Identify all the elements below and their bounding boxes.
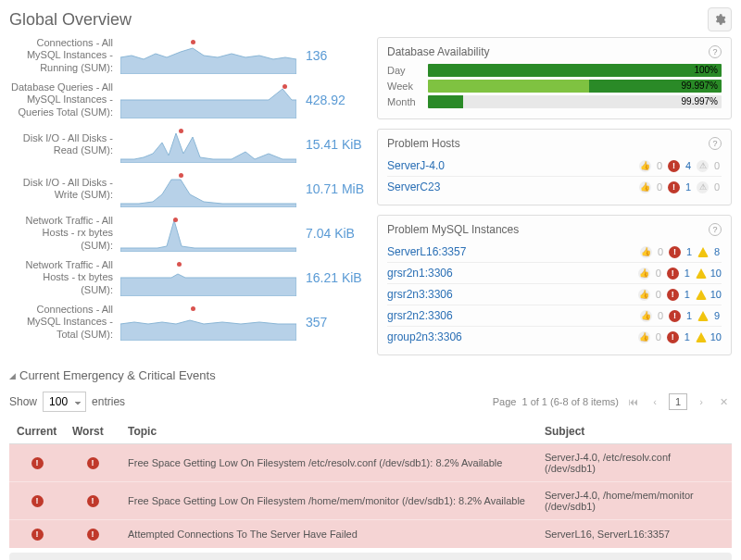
event-subject: ServerL16, ServerL16:3357 — [537, 520, 732, 549]
panel-problem-instances: Problem MySQL Instances ? ServerL16:3357… — [377, 215, 732, 355]
ok-icon: 👍 — [640, 310, 652, 322]
spark-row: Database Queries - All MySQL Instances -… — [9, 81, 366, 118]
critical-count[interactable]: 1 — [684, 181, 693, 193]
spark-label: Database Queries - All MySQL Instances -… — [9, 81, 120, 118]
critical-icon: ! — [31, 457, 44, 469]
marker-icon — [173, 218, 178, 222]
table-row[interactable]: ! ! Attempted Connections To The Server … — [9, 520, 732, 549]
spark-row: Connections - All MySQL Instances - Runn… — [9, 37, 366, 74]
warning-icon — [696, 268, 707, 279]
ok-count: 0 — [654, 268, 663, 279]
host-link[interactable]: grsr2n3:3306 — [387, 288, 453, 301]
ok-count: 0 — [655, 181, 664, 193]
show-label: Show — [9, 395, 37, 408]
availability-row: Day 100% — [387, 64, 722, 77]
marker-icon — [283, 84, 287, 89]
event-topic: Free Space Getting Low On Filesystem /ho… — [120, 482, 537, 520]
warning-count[interactable]: 10 — [710, 268, 722, 279]
host-link[interactable]: ServerC23 — [387, 180, 440, 193]
spark-label: Connections - All MySQL Instances - Runn… — [9, 37, 120, 74]
events-table: Current Worst Topic Subject ! ! Free Spa… — [9, 419, 732, 549]
marker-icon — [179, 129, 183, 133]
host-row: ServerC23 👍 0 ! 1 ⚠ 0 — [387, 176, 722, 197]
warning-icon — [697, 311, 709, 321]
spark-chart[interactable] — [120, 170, 296, 207]
pager-prev-button[interactable]: ‹ — [647, 393, 663, 410]
gear-icon — [713, 13, 726, 26]
ok-count: 0 — [656, 246, 665, 257]
spark-row: Network Traffic - All Hosts - rx bytes (… — [9, 215, 366, 252]
table-row[interactable]: ! ! Free Space Getting Low On Filesystem… — [9, 482, 732, 520]
ok-icon: 👍 — [638, 289, 650, 301]
settings-button[interactable] — [708, 7, 732, 31]
critical-icon: ! — [667, 268, 679, 280]
critical-count[interactable]: 1 — [683, 289, 692, 300]
warning-count[interactable]: 8 — [712, 246, 722, 257]
entries-label: entries — [92, 395, 125, 408]
warning-count: 0 — [712, 181, 722, 193]
help-icon[interactable]: ? — [709, 45, 722, 58]
ok-count: 0 — [654, 331, 663, 342]
spark-chart[interactable] — [120, 215, 296, 252]
critical-icon: ! — [31, 495, 44, 507]
host-link[interactable]: ServerJ-4.0 — [387, 159, 445, 172]
host-link[interactable]: group2n3:3306 — [387, 330, 462, 343]
critical-count[interactable]: 4 — [684, 160, 693, 171]
collapse-icon: ◢ — [9, 371, 16, 380]
ok-icon: 👍 — [638, 268, 650, 280]
ok-count: 0 — [655, 160, 664, 171]
spark-column: Connections - All MySQL Instances - Runn… — [9, 37, 366, 355]
help-icon[interactable]: ? — [709, 137, 722, 150]
panel-availability: Database Availability ? Day 100% Week 99… — [377, 37, 732, 119]
horizontal-scrollbar[interactable] — [9, 553, 732, 561]
pager: Page 1 of 1 (6-8 of 8 items) ⏮ ‹ 1 › ✕ — [493, 393, 732, 410]
pager-current: 1 — [669, 393, 687, 410]
critical-count[interactable]: 1 — [683, 331, 692, 342]
ok-count: 0 — [656, 310, 665, 321]
host-link[interactable]: grsr2n1:3306 — [387, 267, 453, 280]
marker-icon — [191, 40, 195, 44]
warning-icon: ⚠ — [697, 181, 709, 193]
spark-chart[interactable] — [120, 259, 296, 296]
col-topic[interactable]: Topic — [120, 419, 537, 444]
spark-value: 7.04 KiB — [296, 226, 355, 241]
spark-chart[interactable] — [120, 126, 296, 163]
pager-next-button[interactable]: › — [693, 393, 710, 410]
spark-row: Network Traffic - All Hosts - tx bytes (… — [9, 259, 366, 296]
critical-count[interactable]: 1 — [684, 310, 694, 321]
col-current[interactable]: Current — [9, 419, 65, 444]
spark-chart[interactable] — [120, 81, 296, 118]
critical-count[interactable]: 1 — [683, 268, 692, 279]
host-row: ServerL16:3357 👍 0 ! 1 8 — [387, 242, 722, 262]
availability-label: Week — [387, 81, 428, 92]
col-worst[interactable]: Worst — [65, 419, 120, 444]
spark-chart[interactable] — [120, 37, 296, 74]
availability-bar: 99.997% — [428, 80, 722, 93]
host-link[interactable]: ServerL16:3357 — [387, 245, 466, 258]
warning-count[interactable]: 10 — [710, 289, 722, 300]
availability-pct: 99.997% — [682, 80, 718, 93]
panel-title: Problem Hosts — [387, 137, 460, 150]
table-row[interactable]: ! ! Free Space Getting Low On Filesystem… — [9, 444, 732, 482]
section-title: Current Emergency & Critical Events — [19, 368, 216, 382]
host-link[interactable]: grsr2n2:3306 — [387, 309, 453, 322]
critical-count[interactable]: 1 — [684, 246, 694, 257]
spark-row: Disk I/O - All Disks - Read (SUM): 15.41… — [9, 126, 366, 163]
pager-first-button[interactable]: ⏮ — [624, 393, 641, 410]
critical-icon: ! — [667, 331, 679, 343]
spark-chart[interactable] — [120, 304, 296, 341]
warning-count[interactable]: 10 — [710, 331, 722, 342]
availability-row: Month 99.997% — [387, 95, 722, 108]
event-subject: ServerJ-4.0, /home/mem/monitor (/dev/sdb… — [537, 482, 732, 520]
spark-value: 136 — [296, 48, 352, 63]
panel-title: Problem MySQL Instances — [387, 223, 519, 236]
availability-label: Month — [387, 96, 428, 107]
pager-close-button[interactable]: ✕ — [715, 393, 732, 410]
help-icon[interactable]: ? — [709, 223, 722, 236]
critical-icon: ! — [87, 495, 99, 507]
section-header-events[interactable]: ◢ Current Emergency & Critical Events — [9, 368, 732, 382]
entries-select[interactable]: 100 — [43, 392, 86, 412]
col-subject[interactable]: Subject — [537, 419, 732, 444]
warning-count[interactable]: 9 — [712, 310, 722, 321]
availability-label: Day — [387, 65, 428, 76]
